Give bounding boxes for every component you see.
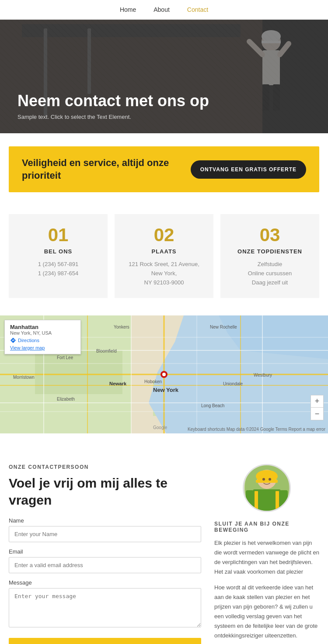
hero-title: Neem contact met ons op <box>17 91 236 110</box>
email-form-group: Email <box>9 548 201 573</box>
svg-rect-57 <box>246 490 254 510</box>
message-form-group: Message <box>9 579 201 629</box>
svg-text:New York: New York <box>153 387 179 393</box>
svg-point-48 <box>162 373 166 376</box>
card2-number: 02 <box>123 225 205 246</box>
svg-text:Yonkers: Yonkers <box>114 325 129 329</box>
right-paragraph2: Hoe wordt al dit verkeerde idee van het … <box>214 583 319 641</box>
map-section[interactable]: Hackensack Yonkers New Rochelle Fort Lee… <box>0 315 328 433</box>
email-input[interactable] <box>9 557 201 573</box>
svg-text:Long Beach: Long Beach <box>201 403 224 408</box>
nav-home[interactable]: Home <box>120 6 136 13</box>
card3-detail: Zelfstudie Online cursussen Daag jezelf … <box>229 260 311 287</box>
email-label: Email <box>9 548 201 555</box>
card3-number: 03 <box>229 225 311 246</box>
navigation: Home About Contact <box>0 0 328 20</box>
banner-text: Veiligheid en service, altijd onze prior… <box>22 157 171 182</box>
contact-form-area: ONZE CONTACTPERSOON Voel je vrij om mij … <box>9 464 201 644</box>
card1-label: BEL ONS <box>17 248 99 255</box>
svg-rect-58 <box>280 490 288 510</box>
card2-detail: 121 Rock Sreet, 21 Avenue, New York, NY … <box>123 260 205 287</box>
submit-button[interactable]: INDIENEN <box>9 638 201 644</box>
svg-rect-55 <box>255 491 258 512</box>
svg-text:Uniondale: Uniondale <box>223 381 243 386</box>
hero-section: Neem contact met ons op Sample text. Cli… <box>0 20 328 133</box>
svg-point-59 <box>246 508 254 512</box>
nav-contact[interactable]: Contact <box>187 6 208 13</box>
svg-rect-16 <box>35 350 122 394</box>
promo-banner: Veiligheid en service, altijd onze prior… <box>9 146 319 192</box>
name-form-group: Name <box>9 517 201 542</box>
map-zoom-in[interactable]: + <box>311 395 323 408</box>
right-section-label: SLUIT JE AAN BIJ ONZE BEWEGING <box>214 521 319 533</box>
card1-number: 01 <box>17 225 99 246</box>
svg-text:Elizabeth: Elizabeth <box>57 397 75 402</box>
info-cards-section: 01 BEL ONS 1 (234) 567-891 1 (234) 987-6… <box>0 205 328 315</box>
map-zoom-controls[interactable]: + − <box>311 395 324 420</box>
svg-text:Westbury: Westbury <box>254 373 272 377</box>
svg-point-61 <box>262 478 265 481</box>
contact-section-label: ONZE CONTACTPERSOON <box>9 464 201 470</box>
map-place-sub: New York, NY, USA <box>10 330 75 336</box>
card1-detail: 1 (234) 567-891 1 (234) 987-654 <box>17 260 99 278</box>
svg-point-62 <box>269 478 271 481</box>
contact-info-area: SLUIT JE AAN BIJ ONZE BEWEGING Elk plezi… <box>214 464 319 644</box>
map-infobox: Manhattan New York, NY, USA Directions V… <box>4 320 81 354</box>
info-card-1: 01 BEL ONS 1 (234) 567-891 1 (234) 987-6… <box>9 214 108 298</box>
svg-text:Fort Lee: Fort Lee <box>57 355 73 360</box>
message-textarea[interactable] <box>9 588 201 627</box>
hero-subtitle: Sample text. Click to select the Text El… <box>17 114 311 120</box>
svg-text:Morristown: Morristown <box>13 375 35 380</box>
contact-section: ONZE CONTACTPERSOON Voel je vrij om mij … <box>0 451 328 644</box>
map-zoom-out[interactable]: − <box>311 408 323 420</box>
message-label: Message <box>9 579 201 586</box>
svg-rect-53 <box>256 480 278 483</box>
contact-avatar <box>243 464 291 512</box>
name-label: Name <box>9 517 201 524</box>
map-directions[interactable]: Directions <box>10 337 75 343</box>
contact-title: Voel je vrij om mij alles te vragen <box>9 474 201 509</box>
card2-label: PLAATS <box>123 248 205 255</box>
svg-text:New Rochelle: New Rochelle <box>210 325 237 329</box>
svg-point-60 <box>280 508 288 512</box>
card3-label: ONZE TOPDIENSTEN <box>229 248 311 255</box>
svg-text:Bloomfield: Bloomfield <box>96 349 117 353</box>
free-quote-button[interactable]: ONTVANG EEN GRATIS OFFERTE <box>191 160 306 179</box>
map-footer: Keyboard shortcuts Map data ©2024 Google… <box>188 427 325 432</box>
svg-text:Hoboken: Hoboken <box>144 379 162 384</box>
svg-text:Google: Google <box>153 425 167 430</box>
nav-about[interactable]: About <box>154 6 170 13</box>
map-place-name: Manhattan <box>10 324 75 330</box>
svg-text:Newark: Newark <box>109 381 127 386</box>
map-view-larger[interactable]: View larger map <box>10 345 75 350</box>
info-card-3: 03 ONZE TOPDIENSTEN Zelfstudie Online cu… <box>220 214 319 298</box>
svg-rect-56 <box>276 491 279 512</box>
info-card-2: 02 PLAATS 121 Rock Sreet, 21 Avenue, New… <box>115 214 213 298</box>
right-paragraph1: Elk plezier is het verwelkomen van pijn … <box>214 538 319 577</box>
name-input[interactable] <box>9 526 201 542</box>
